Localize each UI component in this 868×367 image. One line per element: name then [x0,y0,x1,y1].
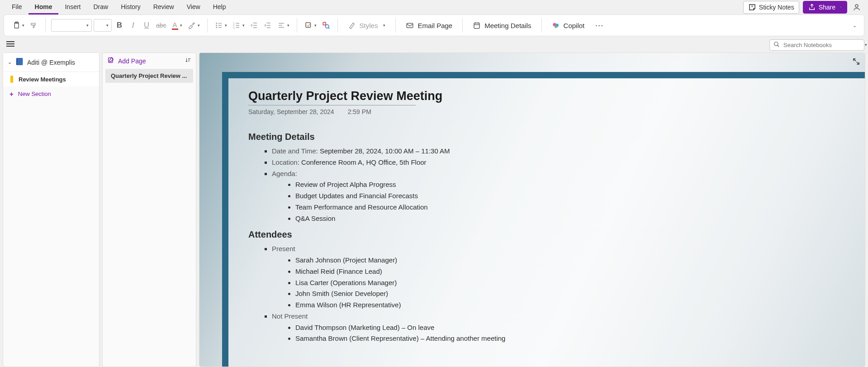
ribbon-styles-group: Styles ▾ [341,15,393,36]
copilot-button[interactable]: Copilot [547,19,589,32]
sticky-notes-label: Sticky Notes [759,4,794,11]
title-underline [248,105,416,105]
chevron-down-icon: ▾ [225,23,227,28]
svg-point-38 [774,42,778,45]
sticky-notes-button[interactable]: Sticky Notes [743,1,799,14]
font-size-combo[interactable]: ▾ [94,19,112,32]
svg-point-4 [216,25,217,26]
chevron-down-icon: ▾ [865,43,867,47]
separator [462,18,463,33]
meeting-details-button[interactable]: Meeting Details [468,19,536,32]
list-item: Michael Reid (Finance Lead) [295,266,574,277]
detail-label: Agenda: [272,170,297,177]
notebook-selector[interactable]: ⌄ Aditi @ Exemplis [3,53,99,72]
list-item: Agenda: Review of Project Alpha Progress… [272,168,574,224]
find-tags-button[interactable] [320,19,332,32]
list-item: Budget Updates and Financial Forecasts [295,191,574,202]
second-bar: ▾ [0,39,868,52]
list-item: Present Sarah Johnson (Project Manager) … [272,243,574,311]
share-icon [808,3,816,11]
font-name-combo[interactable]: ▾ [51,19,92,32]
search-input[interactable] [783,42,859,48]
menu-history[interactable]: History [114,0,147,14]
fullscreen-button[interactable] [852,57,860,67]
ribbon: ▾ ▾ ▾ B I U abc A▾ ▾ ▾ 123 ▾ [4,14,864,36]
page-item[interactable]: Quarterly Project Review ... [105,69,193,83]
underline-button[interactable]: U [141,19,152,32]
list-item: Sarah Johnson (Project Manager) [295,255,574,266]
menu-draw[interactable]: Draw [87,0,114,14]
add-page-button[interactable]: Add Page [107,57,146,65]
new-section-label: New Section [18,91,51,97]
chevron-down-icon: ▾ [383,23,385,28]
page-canvas: Quarterly Project Review Meeting Saturda… [199,52,865,367]
chevron-down-icon: ▾ [242,23,245,28]
ribbon-paragraph-group: ▾ 123 ▾ ▾ [210,15,294,36]
detail-label: Date and Time [272,147,316,155]
italic-button[interactable]: I [127,19,139,32]
account-button[interactable] [851,1,863,13]
list-item: Review of Project Alpha Progress [295,179,574,191]
align-button[interactable]: ▾ [275,19,291,32]
content-row: ⌄ Aditi @ Exemplis Review Meetings + New… [0,52,868,367]
separator [395,18,396,33]
font-color-button[interactable]: A▾ [170,19,184,32]
bullets-button[interactable]: ▾ [213,19,229,32]
page-title[interactable]: Quarterly Project Review Meeting [248,89,574,103]
sort-pages-button[interactable] [185,57,191,65]
paste-button[interactable]: ▾ [10,19,26,32]
menu-view[interactable]: View [180,0,207,14]
menu-insert[interactable]: Insert [58,0,87,14]
detail-value: : September 28, 2024, 10:00 AM – 11:30 A… [316,147,450,155]
collapse-ribbon-button[interactable]: ⌄ [849,23,860,29]
sticky-notes-icon [748,3,756,11]
menu-home[interactable]: Home [28,0,59,14]
ribbon-email-group: Email Page [398,15,460,36]
add-page-icon [107,57,114,65]
strikethrough-button[interactable]: abc [154,19,168,32]
separator [297,18,297,33]
chevron-down-icon: ▾ [840,5,842,10]
svg-point-5 [216,27,217,28]
details-list: Date and Time: September 28, 2024, 10:00… [248,146,574,224]
bold-button[interactable]: B [114,19,125,32]
menu-review[interactable]: Review [147,0,180,14]
chevron-down-icon: ▾ [198,23,200,28]
styles-button[interactable]: Styles ▾ [343,19,390,32]
meeting-details-label: Meeting Details [484,22,531,29]
format-painter-button[interactable] [28,19,40,32]
chevron-down-icon: ▾ [314,23,317,28]
page-frame[interactable]: Quarterly Project Review Meeting Saturda… [222,72,865,367]
present-list: Sarah Johnson (Project Manager) Michael … [272,255,574,311]
email-page-label: Email Page [417,22,452,29]
section-label: Review Meetings [19,76,66,83]
indent-button[interactable] [262,19,274,32]
section-item[interactable]: Review Meetings [3,72,99,86]
pagelist-panel: Add Page Quarterly Project Review ... [102,52,196,367]
pagelist-header: Add Page [103,53,196,69]
share-button[interactable]: Share ▾ [803,1,847,14]
menu-bar: File Home Insert Draw History Review Vie… [0,0,868,14]
chevron-down-icon: ▾ [287,23,289,28]
outdent-button[interactable] [248,19,260,32]
ribbon-tags-group: ▾ [300,15,335,36]
list-item: John Smith (Senior Developer) [295,288,574,300]
numbering-button[interactable]: 123 ▾ [231,19,247,32]
tags-button[interactable]: ▾ [303,19,318,32]
menu-file[interactable]: File [5,0,28,14]
more-options-button[interactable]: ··· [593,19,606,32]
menu-right: Sticky Notes Share ▾ [743,1,863,14]
search-icon [773,41,780,49]
email-page-button[interactable]: Email Page [401,19,457,32]
section-color-swatch [10,76,13,83]
navigation-toggle-button[interactable] [6,41,14,49]
new-section-button[interactable]: + New Section [3,86,99,101]
svg-rect-28 [474,23,479,29]
share-label: Share [819,4,835,11]
separator [45,18,46,33]
list-item: Not Present David Thompson (Marketing Le… [272,311,574,344]
menu-help[interactable]: Help [207,0,232,14]
search-notebooks-box[interactable]: ▾ [769,39,864,51]
agenda-list: Review of Project Alpha Progress Budget … [272,179,574,224]
highlight-button[interactable]: ▾ [186,19,202,32]
